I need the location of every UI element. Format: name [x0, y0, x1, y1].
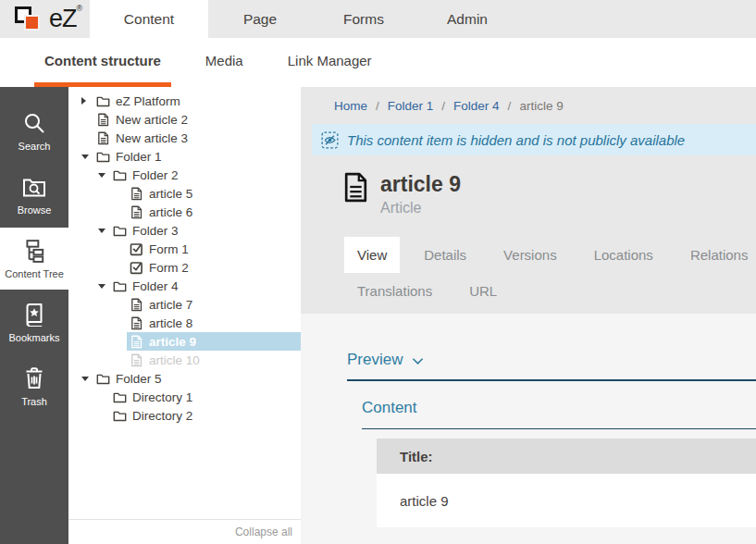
- breadcrumb-link-folder-4[interactable]: Folder 4: [453, 99, 500, 113]
- folder-icon: [96, 150, 110, 164]
- folder-icon: [96, 372, 110, 386]
- search-icon: [22, 111, 46, 135]
- sidebar-item-content-tree[interactable]: Content Tree: [0, 228, 68, 290]
- article-icon: [96, 113, 110, 127]
- left-sidebar: Search Browse Content Tree Bookmarks Tra…: [0, 87, 68, 544]
- caret-down-icon[interactable]: [81, 377, 93, 381]
- tree-item-label: article 7: [149, 298, 192, 312]
- tree-item-label: Folder 2: [132, 168, 179, 182]
- caret-down-icon[interactable]: [98, 173, 110, 178]
- tree-item-hidden[interactable]: article 10: [68, 351, 301, 369]
- tab-relations[interactable]: Relations: [677, 237, 756, 273]
- tab-locations[interactable]: Locations: [581, 237, 666, 273]
- tree-item[interactable]: eZ Platform: [68, 92, 301, 110]
- article-icon: [130, 205, 143, 219]
- breadcrumb-link-folder-1[interactable]: Folder 1: [388, 99, 434, 113]
- tree-item-label: New article 2: [116, 113, 188, 127]
- tree-item-label: Directory 2: [132, 409, 192, 423]
- content-type-label: Article: [380, 200, 461, 216]
- article-icon: [130, 335, 143, 349]
- tree-item-label: Folder 1: [116, 150, 162, 164]
- field-table: Title: article 9: [377, 439, 756, 527]
- tab-url[interactable]: URL: [456, 273, 510, 309]
- preview-divider: [347, 379, 756, 381]
- ez-logo[interactable]: eZ ®: [0, 0, 90, 38]
- tab-forms[interactable]: Forms: [312, 0, 415, 38]
- registered-mark: ®: [77, 4, 83, 13]
- tree-item[interactable]: Folder 1: [68, 147, 301, 166]
- tree-item[interactable]: Folder 3: [68, 221, 301, 240]
- folder-icon: [113, 279, 127, 293]
- caret-down-icon[interactable]: [98, 284, 110, 289]
- tree-item-label: Folder 5: [116, 372, 162, 386]
- tab-admin[interactable]: Admin: [415, 0, 519, 38]
- content-tabs: View Details Versions Locations Relation…: [344, 237, 756, 314]
- hidden-eye-icon: [321, 131, 339, 149]
- sidebar-item-browse[interactable]: Browse: [0, 164, 68, 226]
- tree-item[interactable]: Folder 5: [68, 369, 301, 388]
- breadcrumb-separator: /: [508, 99, 512, 113]
- tree-item[interactable]: Directory 2: [68, 406, 301, 425]
- chevron-down-icon: [412, 357, 424, 365]
- tree-item[interactable]: Folder 4: [68, 277, 301, 295]
- tree-item[interactable]: Form 1: [68, 240, 301, 258]
- sidebar-item-trash[interactable]: Trash: [0, 355, 68, 417]
- ez-logo-mark-icon: [14, 4, 49, 35]
- article-icon: [130, 187, 143, 201]
- tree-item-label: article 6: [149, 205, 192, 219]
- sidebar-item-bookmarks[interactable]: Bookmarks: [0, 291, 68, 353]
- breadcrumb-link-home[interactable]: Home: [334, 99, 367, 113]
- caret-down-icon[interactable]: [98, 229, 110, 233]
- main-content: Home / Folder 1 / Folder 4 / article 9 T…: [301, 87, 756, 544]
- tree-item-label: Form 2: [149, 261, 189, 275]
- tree-item[interactable]: Folder 2: [68, 166, 301, 184]
- subnav-link-manager[interactable]: Link Manager: [278, 38, 382, 87]
- tab-details[interactable]: Details: [411, 237, 479, 273]
- tab-content[interactable]: Content: [90, 0, 208, 38]
- sidebar-item-search[interactable]: Search: [0, 100, 68, 162]
- document-icon: [343, 172, 368, 203]
- tree-item-label: article 10: [149, 353, 200, 367]
- tree-item[interactable]: New article 2: [68, 110, 301, 129]
- tree-item-selected[interactable]: article 9: [68, 332, 301, 351]
- folder-icon: [113, 409, 127, 423]
- tree-item[interactable]: New article 3: [68, 129, 301, 147]
- caret-right-icon[interactable]: [81, 97, 93, 105]
- ez-logo-text: eZ: [49, 5, 77, 33]
- article-icon: [96, 131, 110, 145]
- page-title: article 9: [380, 172, 461, 196]
- folder-icon: [96, 94, 110, 108]
- tab-versions[interactable]: Versions: [490, 237, 570, 273]
- subnav-media[interactable]: Media: [195, 38, 254, 87]
- tree-item[interactable]: article 7: [68, 295, 301, 314]
- trash-icon: [22, 366, 46, 390]
- subnav-content-structure[interactable]: Content structure: [34, 38, 171, 87]
- tree-item[interactable]: article 8: [68, 314, 301, 332]
- field-name: Title:: [377, 439, 756, 474]
- tab-translations[interactable]: Translations: [344, 273, 445, 309]
- tab-page[interactable]: Page: [208, 0, 312, 38]
- content-section-label: Content: [362, 399, 756, 417]
- form-icon: [130, 242, 143, 256]
- content-tree-panel: eZ Platform New article 2 New article 3 …: [68, 87, 301, 544]
- collapse-all-button[interactable]: Collapse all: [235, 525, 292, 538]
- tree-item-label: article 8: [149, 316, 192, 330]
- tree-item-label: Folder 4: [132, 279, 179, 293]
- sidebar-item-label: Content Tree: [5, 268, 64, 279]
- tree-item[interactable]: article 6: [68, 203, 301, 221]
- content-divider: [362, 428, 756, 429]
- tree-item[interactable]: Directory 1: [68, 388, 301, 406]
- tree-item[interactable]: Form 2: [68, 258, 301, 277]
- tab-view[interactable]: View: [344, 237, 400, 273]
- preview-section-toggle[interactable]: Preview: [347, 351, 756, 369]
- tree-item-label: eZ Platform: [116, 94, 180, 108]
- caret-down-icon[interactable]: [81, 155, 93, 159]
- hidden-content-notice-text: This content item is hidden and is not p…: [347, 132, 685, 148]
- top-bar: eZ ® Content Page Forms Admin: [0, 0, 756, 38]
- article-icon: [130, 298, 143, 312]
- sidebar-item-label: Trash: [21, 396, 47, 407]
- tree-item[interactable]: article 5: [68, 184, 301, 203]
- sidebar-item-label: Browse: [18, 204, 52, 216]
- form-icon: [130, 261, 143, 275]
- hidden-content-notice: This content item is hidden and is not p…: [312, 124, 756, 155]
